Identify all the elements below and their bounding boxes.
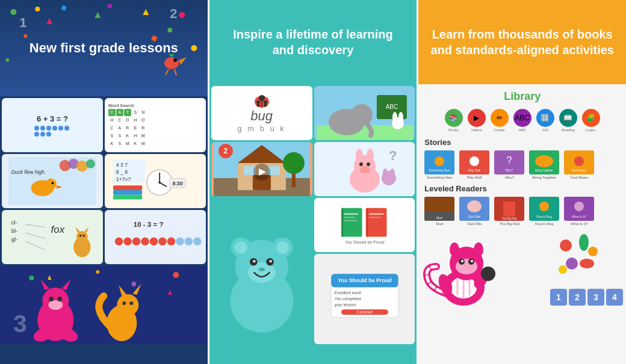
svg-rect-152 bbox=[365, 208, 386, 237]
clock-scene: 8:30 4 3 7 8 _ 9 1+7=? bbox=[107, 156, 203, 206]
book-cover-svg: Roya's Bug bbox=[529, 197, 559, 221]
book-title: Being Together bbox=[532, 176, 556, 179]
svg-text:cl-: cl- bbox=[11, 219, 17, 226]
panel-first-grade: 1 2 New first grade lessons 6 + 3 = ? bbox=[0, 0, 208, 364]
svg-point-84 bbox=[57, 297, 62, 301]
svg-point-2 bbox=[179, 12, 185, 18]
svg-text:4  3  7: 4 3 7 bbox=[116, 162, 128, 168]
bug-word: bug bbox=[250, 108, 273, 124]
tab-books[interactable]: 📚 Books bbox=[445, 109, 463, 132]
svg-point-167 bbox=[435, 156, 444, 166]
math-dots-visual bbox=[34, 126, 70, 137]
svg-point-63 bbox=[141, 237, 149, 245]
svg-point-145 bbox=[269, 260, 271, 262]
svg-text:2: 2 bbox=[223, 147, 228, 155]
book-title: Play Ball! bbox=[467, 176, 482, 179]
book-title: Something New bbox=[427, 176, 452, 179]
proud-svg: You Should be Proud Excellent work! You … bbox=[318, 258, 412, 341]
panel3-header: Learn from thousands of books and standa… bbox=[418, 0, 626, 84]
svg-text:Being Together: Being Together bbox=[535, 169, 554, 172]
panel2-header: Inspire a lifetime of learning and disco… bbox=[209, 0, 417, 84]
panel1-header: 1 2 New first grade lessons bbox=[0, 0, 208, 96]
svg-point-212 bbox=[560, 239, 572, 251]
svg-text:8:30: 8:30 bbox=[172, 180, 183, 187]
svg-point-132 bbox=[382, 168, 387, 178]
book-item: Something New Something New bbox=[424, 150, 454, 179]
svg-point-73 bbox=[96, 270, 99, 274]
svg-point-176 bbox=[535, 155, 553, 167]
create-icon: ✏ bbox=[491, 109, 509, 127]
svg-point-27 bbox=[45, 179, 57, 190]
book-cover-svg: What Is It? bbox=[564, 197, 594, 221]
svg-text:bl-: bl- bbox=[11, 227, 17, 234]
tab-create-label: Create bbox=[494, 128, 505, 132]
svg-rect-154 bbox=[368, 213, 383, 215]
books-icon: 📚 bbox=[445, 109, 463, 127]
book-svg: You Should be Proud bbox=[319, 203, 411, 247]
svg-text:1+7=?: 1+7=? bbox=[116, 176, 131, 182]
library-tabs: 📚 Books ▶ Videos ✏ Create ABC ABC 🔢 123 … bbox=[418, 106, 626, 135]
svg-text:You completed: You completed bbox=[334, 297, 361, 301]
svg-point-60 bbox=[115, 237, 123, 245]
svg-rect-12 bbox=[61, 5, 67, 11]
svg-text:8  _  9: 8 _ 9 bbox=[116, 169, 128, 175]
proud-cell: You Should be Proud Excellent work! You … bbox=[314, 254, 415, 344]
svg-text:Play Ball!: Play Ball! bbox=[468, 168, 481, 172]
svg-text:Duck flew high.: Duck flew high. bbox=[11, 169, 46, 175]
book-cover-svg: The Big Red bbox=[494, 197, 524, 221]
num-tile-4: 4 bbox=[606, 289, 623, 306]
svg-text:10 - 3 = ?: 10 - 3 = ? bbox=[134, 221, 164, 228]
tab-abc-label: ABC bbox=[519, 128, 526, 132]
library-title: Library bbox=[418, 90, 626, 103]
svg-point-83 bbox=[49, 297, 54, 301]
svg-marker-10 bbox=[95, 12, 101, 18]
svg-point-0 bbox=[10, 9, 16, 15]
reading-icon: 📖 bbox=[559, 109, 577, 127]
svg-point-82 bbox=[48, 300, 63, 310]
svg-rect-155 bbox=[368, 217, 380, 218]
svg-point-216 bbox=[580, 259, 594, 268]
svg-point-185 bbox=[467, 200, 482, 212]
tab-123[interactable]: 🔢 123 bbox=[536, 109, 554, 132]
house-svg: 2 bbox=[211, 142, 312, 196]
panel3-content: Library 📚 Books ▶ Videos ✏ Create ABC AB… bbox=[418, 84, 626, 364]
subtraction-cell: 10 - 3 = ? bbox=[105, 210, 206, 264]
tab-reading-label: Reading bbox=[561, 128, 574, 132]
svg-point-213 bbox=[579, 234, 589, 251]
tab-logic[interactable]: 🧩 Logic+ bbox=[582, 109, 600, 132]
svg-point-141 bbox=[248, 262, 276, 283]
svg-point-99 bbox=[264, 104, 267, 107]
book-item: Roya's Bug Roya's Bug bbox=[529, 197, 559, 226]
svg-point-133 bbox=[389, 168, 394, 178]
tab-abc[interactable]: ABC ABC bbox=[513, 109, 531, 132]
stories-section-title: Stories bbox=[418, 135, 626, 149]
tab-videos[interactable]: ▶ Videos bbox=[468, 109, 486, 132]
svg-text:3: 3 bbox=[13, 310, 26, 337]
svg-point-108 bbox=[398, 112, 403, 123]
svg-point-128 bbox=[359, 162, 362, 166]
svg-rect-151 bbox=[344, 220, 357, 221]
book-item: Sad Ollie Sad Ollie bbox=[459, 197, 489, 226]
num-tile-2: 2 bbox=[569, 289, 586, 306]
bottom-section: 1 2 3 4 bbox=[418, 230, 626, 309]
svg-point-140 bbox=[276, 241, 289, 254]
tab-create[interactable]: ✏ Create bbox=[491, 109, 509, 132]
svg-point-61 bbox=[123, 237, 132, 245]
svg-point-15 bbox=[164, 57, 179, 69]
svg-point-91 bbox=[122, 301, 126, 305]
word-search-grid: CATSN HCOHO CARER SSKHW KSMKW bbox=[108, 109, 147, 147]
raccoon-illustration bbox=[418, 230, 497, 309]
book-cell: You Should be Proud bbox=[314, 198, 415, 252]
svg-point-146 bbox=[258, 268, 264, 271]
svg-point-67 bbox=[176, 237, 184, 245]
svg-point-5 bbox=[107, 4, 112, 8]
svg-point-96 bbox=[256, 100, 260, 104]
svg-text:1: 1 bbox=[19, 15, 26, 30]
svg-text:your lesson!: your lesson! bbox=[334, 303, 356, 307]
svg-point-69 bbox=[193, 237, 202, 245]
svg-point-94 bbox=[259, 95, 265, 101]
tab-reading[interactable]: 📖 Reading bbox=[559, 109, 577, 132]
book-cover-svg: ? Why? bbox=[494, 150, 524, 174]
svg-text:Continue: Continue bbox=[356, 310, 373, 314]
svg-rect-148 bbox=[342, 208, 343, 237]
